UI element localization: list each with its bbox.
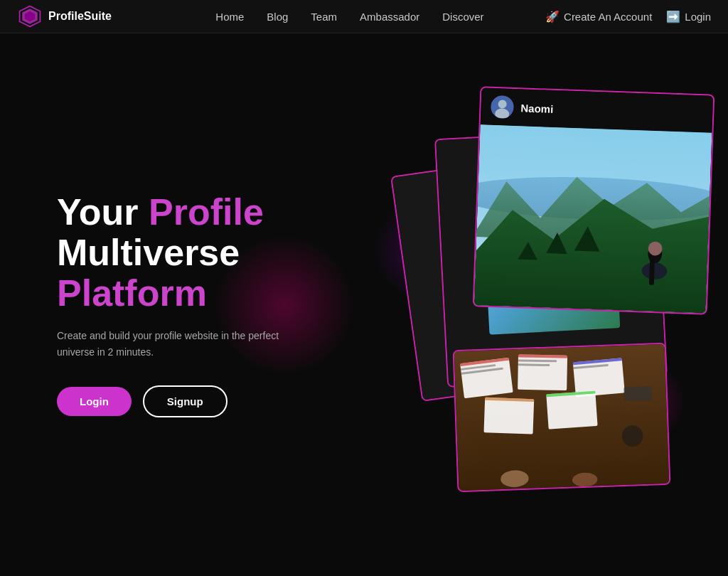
create-account-label: Create An Account: [564, 11, 652, 23]
login-button[interactable]: Login: [57, 387, 132, 416]
svg-rect-15: [649, 257, 655, 285]
hero-subtitle: Create and build your profile website in…: [57, 328, 306, 360]
nav-home[interactable]: Home: [215, 11, 244, 23]
landscape-svg: [474, 124, 712, 313]
card-photo: [474, 124, 712, 313]
signup-button[interactable]: Signup: [143, 385, 228, 417]
title-your: Your: [57, 191, 139, 233]
create-account-link[interactable]: 🚀 Create An Account: [545, 10, 652, 23]
hero-buttons: Login Signup: [57, 385, 370, 417]
logo-link[interactable]: ProfileSuite: [17, 4, 112, 29]
nav-ambassador[interactable]: Ambassador: [360, 11, 419, 23]
title-profile: Profile: [149, 191, 264, 233]
svg-rect-31: [546, 391, 597, 430]
hero-section: Your Profile Multiverse Platform Create …: [0, 33, 728, 576]
rocket-icon: 🚀: [545, 10, 560, 23]
navbar: ProfileSuite Home Blog Team Ambassador D…: [0, 0, 728, 33]
svg-rect-29: [483, 398, 534, 434]
nav-actions: 🚀 Create An Account ➡️ Login: [545, 10, 711, 23]
hero-cards-area: 👤: [370, 33, 728, 576]
nav-login-link[interactable]: ➡️ Login: [666, 10, 711, 23]
card-stack: 👤: [427, 76, 711, 474]
profile-card-bottom: [453, 343, 671, 492]
hero-content: Your Profile Multiverse Platform Create …: [0, 192, 370, 417]
avatar-image: [491, 95, 514, 119]
nav-blog[interactable]: Blog: [267, 11, 288, 23]
title-multiverse: Multiverse: [57, 232, 240, 273]
table-svg: [454, 344, 670, 491]
nav-login-label: Login: [685, 11, 711, 23]
profile-card-main[interactable]: Naomi: [473, 86, 715, 314]
login-arrow-icon: ➡️: [666, 10, 680, 23]
brand-name: ProfileSuite: [48, 10, 112, 23]
card-username: Naomi: [520, 102, 553, 115]
hero-title: Your Profile Multiverse Platform: [57, 192, 370, 314]
title-platform: Platform: [57, 272, 207, 314]
avatar: [491, 95, 514, 119]
nav-discover[interactable]: Discover: [442, 11, 483, 23]
nav-links: Home Blog Team Ambassador Discover: [154, 11, 545, 23]
logo-icon: [17, 4, 43, 29]
svg-rect-33: [623, 386, 652, 401]
nav-team[interactable]: Team: [311, 11, 337, 23]
